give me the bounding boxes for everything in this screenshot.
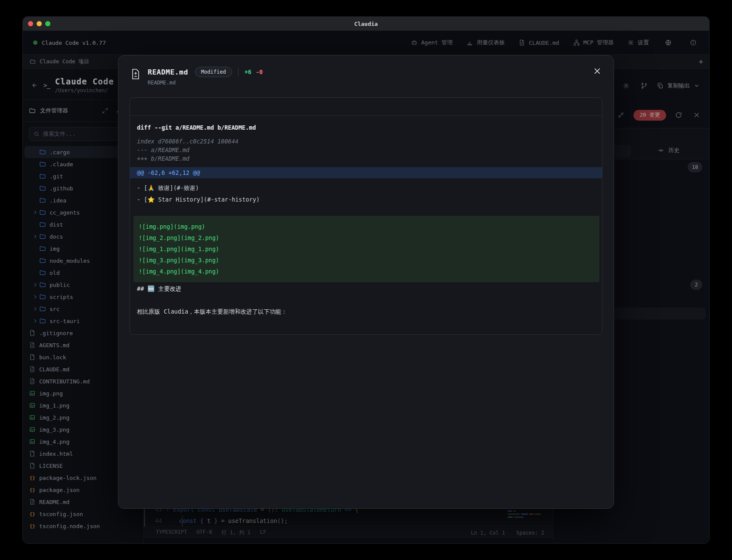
diff-context-line: - [⭐ Star History](#-star-history) (130, 194, 602, 205)
modified-status-badge: Modified (195, 67, 232, 77)
file-diff-icon (130, 68, 142, 81)
window-title: Claudia (23, 21, 709, 27)
diff-context-line: - [🙏 致谢](#-致谢) (130, 182, 602, 194)
diff-heading-line: ## 🆕 主要改进 (130, 283, 602, 295)
deletions-count: -0 (256, 68, 263, 75)
diff-new-file-line: +++ b/README.md (130, 154, 602, 163)
additions-count: +6 (245, 68, 251, 75)
diff-panel-toolbar (130, 98, 602, 116)
app-window: Claudia Claude Code v1.0.77 Agent 管理 用量仪… (22, 16, 710, 544)
screen: Claudia Claude Code v1.0.77 Agent 管理 用量仪… (0, 0, 732, 560)
diff-index-line: index d76086f..c0c2514 100644 (130, 137, 602, 146)
diff-paragraph-line: 相比原版 Claudia，本版本主要新增和改进了以下功能： (130, 306, 602, 317)
divider (238, 68, 239, 76)
diff-modal: README.md Modified +6 -0 README.md diff … (118, 55, 614, 509)
diff-added-line: ![img_4.png](img_4.png) (133, 266, 599, 277)
diff-file-title: README.md (148, 68, 188, 76)
diff-added-line: ![img_1.png](img_1.png) (133, 243, 599, 255)
close-icon (593, 67, 602, 75)
diff-added-block: ![img.png](img.png) ![img_2.png](img_2.p… (133, 216, 599, 282)
diff-added-line: ![img_3.png](img_3.png) (133, 255, 599, 266)
diff-command-line: diff --git a/README.md b/README.md (130, 122, 602, 133)
modal-close-button[interactable] (593, 67, 602, 76)
titlebar: Claudia (23, 17, 709, 31)
diff-file-subtitle: README.md (148, 80, 263, 86)
diff-hunk-header: @@ -62,6 +62,12 @@ (130, 167, 602, 178)
diff-added-line: ![img_2.png](img_2.png) (133, 232, 599, 243)
diff-modal-header: README.md Modified +6 -0 README.md (118, 56, 614, 86)
diff-old-file-line: --- a/README.md (130, 146, 602, 154)
diff-panel: diff --git a/README.md b/README.md index… (130, 97, 602, 335)
diff-added-line: ![img.png](img.png) (133, 221, 599, 232)
